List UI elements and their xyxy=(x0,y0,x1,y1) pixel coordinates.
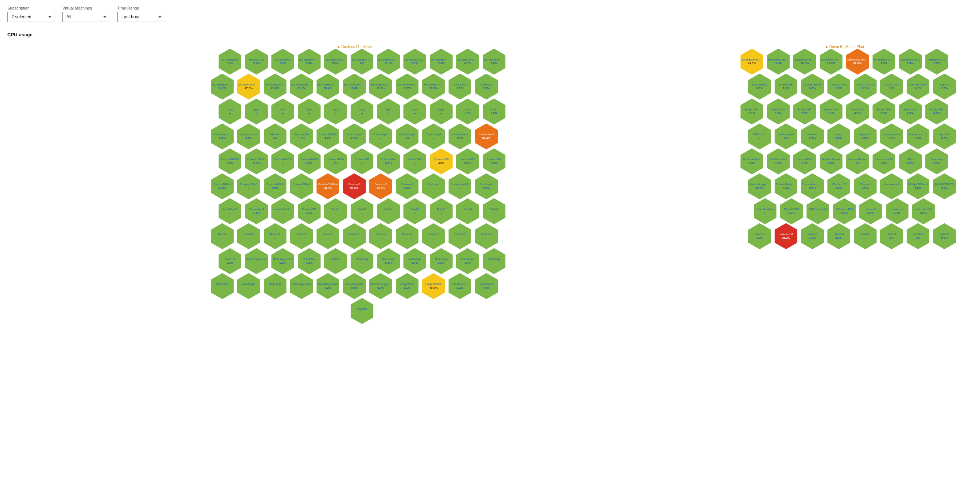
vm-select[interactable]: All xyxy=(62,12,110,22)
hex-cell[interactable]: Empty-VM12.1% xyxy=(740,99,763,125)
hex-cell[interactable]: contosorsrc9.4% xyxy=(886,199,908,224)
hex-cell[interactable]: Economy0.8% xyxy=(925,148,948,175)
hex-cell[interactable]: LongoWorld1.1% xyxy=(396,273,418,299)
hex-cell[interactable]: Contoso-wrk0042.2% xyxy=(873,148,895,175)
hex-cell[interactable]: mainu1.2% xyxy=(827,124,850,150)
hex-cell[interactable]: DubKof-2Zone30.2% xyxy=(820,148,842,175)
hex-cell[interactable]: aks-nodepool1-445112.7% xyxy=(369,74,392,100)
hex-cell[interactable]: Contoso-DB-874.1% xyxy=(907,74,929,100)
hex-cell[interactable]: finance8– xyxy=(475,223,498,250)
hex-cell[interactable]: Marketing25.8% xyxy=(377,248,400,274)
hex-cell-critical[interactable]: Contosoc196.6% xyxy=(343,173,366,199)
hex-cell[interactable]: akc-agentpool-4011114.2% xyxy=(211,74,234,100)
hex-cell-critical[interactable]: contosotest295.2% xyxy=(775,223,797,250)
hex-cell[interactable]: Virginia-demo s13.9% xyxy=(907,124,929,150)
hex-cell[interactable]: PathfinderSvr21.5% xyxy=(767,148,790,175)
hex-cell[interactable]: KTamburo-N230.6% xyxy=(833,199,856,224)
hex-cell[interactable]: aks-nodepool1-445112.8% xyxy=(343,74,366,100)
hex-cell[interactable]: Empty-VM84.6% xyxy=(925,99,948,125)
hex-cell[interactable]: finance1– xyxy=(290,223,313,250)
hex-cell[interactable]: Contosofs13.3% xyxy=(475,74,498,100)
hex-cell[interactable]: KT-Srv-deploy9– xyxy=(807,199,829,224)
hex-cell-high[interactable]: ContosoDB-Def438.3% xyxy=(317,173,339,199)
hex-cell[interactable]: kt-worknode2– xyxy=(880,173,903,199)
hex-cell[interactable]: notch-authpolicy0.3% xyxy=(343,273,366,299)
hex-cell[interactable]: Contosoc30.2% xyxy=(396,173,418,199)
hex-cell[interactable]: KTamburo222.1% xyxy=(827,173,850,199)
hex-cell[interactable]: App3– xyxy=(271,99,294,125)
hex-cell[interactable]: ContosoDB01.8% xyxy=(290,124,313,150)
hex-cell[interactable]: dv-build-bulkfwd– xyxy=(754,199,776,224)
hex-cell[interactable]: Marketing-camp54.2% xyxy=(317,273,339,299)
hex-cell[interactable]: finance4– xyxy=(369,223,392,250)
hex-cell[interactable]: CycleCloud0– xyxy=(219,199,241,224)
hex-cell[interactable]: ContosoDB1W01.2% xyxy=(317,124,339,150)
hex-cell[interactable]: aiflinedemo-x11.6% xyxy=(925,49,948,75)
hex-cell[interactable]: adbi-fin73% xyxy=(907,223,929,250)
hex-cell[interactable]: IoTVps– xyxy=(324,248,347,274)
hex-cell[interactable]: akc-agentpool-4077847.3% xyxy=(237,74,260,100)
hex-cell[interactable]: ContosoDB3– xyxy=(351,148,373,175)
hex-cell[interactable]: Marketing6– xyxy=(483,248,505,274)
hex-cell[interactable]: Contosofs02.2% xyxy=(449,74,471,100)
hex-cell[interactable]: Contoso-X9-51.1% xyxy=(880,74,903,100)
hex-cell[interactable]: ContosoNet-MN– xyxy=(449,173,471,199)
hex-cell[interactable]: finance2– xyxy=(317,223,339,250)
hex-cell[interactable]: AppA-12.8% xyxy=(933,74,956,100)
hex-cell[interactable]: Marketing54.9% xyxy=(456,248,479,274)
hex-cell[interactable]: AKs-nodepool1-J54528.6% xyxy=(264,74,286,100)
hex-cell[interactable]: aiflinedemo-demo216.5% xyxy=(793,49,816,75)
hex-cell[interactable]: ContosoDB70.7% xyxy=(456,148,479,175)
hex-cell[interactable]: ContosoDB20012.9% xyxy=(219,148,241,175)
hex-cell[interactable]: ContosoDB2022– xyxy=(271,148,294,175)
hex-cell[interactable]: adbi-fin41.6% xyxy=(827,223,850,250)
hex-cell[interactable]: RCspool10.9% xyxy=(854,173,877,199)
hex-cell[interactable]: akc-agenpool-14T15.3% xyxy=(324,49,347,75)
hex-cell[interactable]: datab3– xyxy=(377,199,400,224)
hex-cell[interactable]: App7– xyxy=(377,99,400,125)
hex-cell[interactable]: Contosox1– xyxy=(422,173,445,199)
hex-cell[interactable]: request-103.8% xyxy=(854,124,877,150)
hex-cell[interactable]: cnf-automate-base2.4% xyxy=(211,124,234,150)
hex-cell[interactable]: AA-ErstopqrS0.3% xyxy=(219,49,241,75)
hex-cell[interactable]: Aks-nodepool4-J85116.7% xyxy=(396,74,418,100)
hex-cell[interactable]: FFpcal-G38D1.2% xyxy=(780,199,803,224)
hex-cell[interactable]: ContosoApp3– xyxy=(422,124,445,150)
hex-cell[interactable]: Empty-VM72.9% xyxy=(899,99,922,125)
hex-cell[interactable]: finance5– xyxy=(396,223,418,250)
hex-cell[interactable]: Datab10– xyxy=(264,223,286,250)
hex-cell[interactable]: MEX16.3% xyxy=(899,148,922,175)
hex-cell[interactable]: LongerWorld249.3% xyxy=(422,273,445,299)
hex-cell[interactable]: aiflinedemo-demo51.5% xyxy=(873,49,895,75)
hex-cell[interactable]: HRTDsv01– xyxy=(748,124,771,150)
hex-cell[interactable]: ContosoNet01.3% xyxy=(245,199,268,224)
hex-cell[interactable]: ContosoApp21% xyxy=(396,124,418,150)
hex-cell[interactable]: Datab5– xyxy=(430,199,453,224)
hex-cell[interactable]: App4– xyxy=(298,99,321,125)
hex-cell[interactable]: ContrastDB21.2% xyxy=(775,74,797,100)
hex-cell[interactable]: ContosoDB9e35.9% xyxy=(264,173,286,199)
hex-cell[interactable]: App6– xyxy=(351,99,373,125)
hex-cell[interactable]: finance7– xyxy=(449,223,471,250)
hex-cell[interactable]: adbi-fin61% xyxy=(880,223,903,250)
hex-cell[interactable]: App8– xyxy=(403,99,426,125)
hex-cell[interactable]: ContrastDB13.2% xyxy=(748,74,771,100)
hex-cell[interactable]: request-demo-s1.8% xyxy=(880,124,903,150)
hex-cell[interactable]: Customer-14.5% xyxy=(475,273,498,299)
hex-cell-high[interactable]: aiflinedemo-dms-162.6% xyxy=(846,49,869,75)
hex-cell[interactable]: Contosox24.8% xyxy=(475,173,498,199)
hex-cell[interactable]: VirtualWW3.3% xyxy=(298,248,321,274)
hex-cell[interactable]: Marketing-demo26.6% xyxy=(271,248,294,274)
hex-cell[interactable]: Empty-VM62.3% xyxy=(873,99,895,125)
hex-cell[interactable]: App5– xyxy=(324,99,347,125)
hex-cell[interactable]: SysCraft3.7% xyxy=(933,124,956,150)
hex-cell[interactable]: ContosoDB9e2– xyxy=(237,173,260,199)
hex-cell[interactable]: DLM34DP1GTO4.1% xyxy=(933,173,956,199)
hex-cell[interactable]: ContosoDB9e110.2% xyxy=(211,173,234,199)
hex-cell[interactable]: akc-agentpool-80T12.8% xyxy=(483,49,505,75)
hex-cell[interactable]: Empty-VM32.6% xyxy=(793,99,816,125)
hex-cell[interactable]: archz1.9% xyxy=(456,99,479,125)
hex-cell[interactable]: Empty-VM50.5% xyxy=(846,99,869,125)
hex-cell[interactable]: neurocon-mgmt016.6% xyxy=(369,273,392,299)
hex-cell[interactable]: Datab8– xyxy=(211,223,234,250)
